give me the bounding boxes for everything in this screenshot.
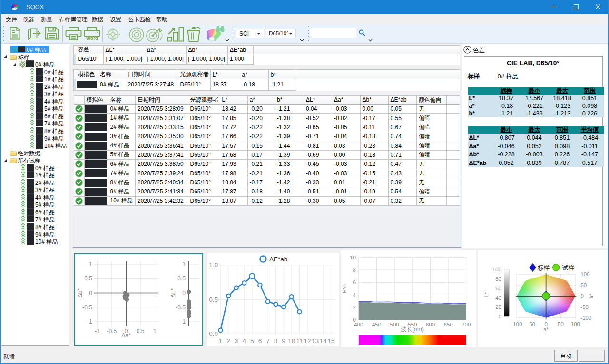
svg-text:600: 600	[426, 322, 435, 327]
svg-text:6: 6	[353, 279, 355, 285]
svg-text:6: 6	[258, 337, 262, 345]
svg-text:11: 11	[296, 337, 303, 345]
svg-text:-0.5: -0.5	[107, 328, 117, 335]
svg-text:9: 9	[282, 337, 285, 345]
svg-text:ΔE*ab: ΔE*ab	[269, 256, 287, 263]
svg-text:标样: 标样	[538, 264, 550, 271]
svg-text:b*: b*	[589, 293, 594, 298]
svg-text:0.5: 0.5	[209, 296, 218, 303]
svg-text:2: 2	[353, 305, 355, 310]
svg-text:4: 4	[353, 292, 356, 298]
svg-text:100: 100	[492, 267, 501, 272]
svg-text:5: 5	[250, 337, 254, 345]
svg-text:12: 12	[304, 337, 311, 345]
svg-text:-1: -1	[87, 318, 92, 325]
svg-text:50: 50	[558, 321, 564, 327]
svg-text:10: 10	[288, 337, 295, 345]
svg-text:波长(nm): 波长(nm)	[401, 326, 424, 333]
svg-text:80: 80	[495, 276, 501, 282]
svg-text:-0.5: -0.5	[82, 304, 92, 310]
svg-text:Δa*: Δa*	[121, 332, 131, 339]
svg-text:0: 0	[182, 289, 186, 296]
svg-text:-50: -50	[527, 321, 535, 327]
svg-text:8: 8	[353, 267, 355, 273]
svg-text:-100: -100	[511, 321, 522, 327]
svg-text:50: 50	[580, 282, 587, 288]
svg-text:1: 1	[153, 328, 157, 335]
svg-text:100: 100	[571, 321, 580, 327]
svg-text:-1: -1	[95, 328, 100, 335]
svg-text:60: 60	[495, 286, 501, 291]
svg-text:14: 14	[320, 337, 327, 345]
svg-text:400: 400	[354, 322, 363, 327]
svg-text:15: 15	[327, 337, 334, 345]
svg-text:Word: Word	[86, 36, 98, 41]
svg-text:4: 4	[242, 337, 246, 345]
svg-text:1: 1	[182, 261, 186, 268]
svg-text:500: 500	[390, 322, 399, 327]
svg-text:0: 0	[499, 314, 501, 319]
svg-text:1: 1	[89, 261, 92, 268]
svg-text:a*: a*	[543, 326, 549, 332]
svg-text:8: 8	[274, 337, 278, 345]
svg-text:0.5: 0.5	[177, 275, 186, 282]
svg-text:-1: -1	[180, 318, 186, 325]
svg-text:2: 2	[226, 337, 230, 345]
svg-text:-100: -100	[580, 315, 591, 321]
svg-text:100: 100	[580, 271, 589, 277]
svg-text:L*: L*	[483, 292, 489, 297]
svg-text:40: 40	[495, 295, 501, 301]
svg-text:ΔL*: ΔL*	[170, 288, 177, 297]
svg-text:0: 0	[580, 293, 583, 299]
svg-text:R%: R%	[342, 284, 347, 293]
svg-text:0.0: 0.0	[209, 330, 218, 337]
svg-text:13: 13	[312, 337, 319, 345]
svg-text:0: 0	[89, 289, 92, 296]
svg-text:650: 650	[444, 322, 453, 327]
svg-text:7: 7	[266, 337, 270, 345]
svg-text:0.5: 0.5	[84, 275, 92, 282]
svg-text:450: 450	[372, 322, 381, 327]
svg-text:3: 3	[235, 337, 238, 345]
svg-text:-0.5: -0.5	[176, 304, 186, 310]
svg-text:-50: -50	[580, 304, 589, 310]
svg-text:1.0: 1.0	[209, 261, 218, 268]
svg-text:0.5: 0.5	[136, 328, 144, 335]
svg-text:700: 700	[462, 322, 471, 327]
svg-text:Δb*: Δb*	[77, 288, 83, 297]
svg-text:10: 10	[350, 255, 356, 260]
svg-text:1: 1	[219, 337, 223, 345]
svg-text:20: 20	[495, 304, 501, 310]
svg-text:试样: 试样	[562, 264, 575, 271]
